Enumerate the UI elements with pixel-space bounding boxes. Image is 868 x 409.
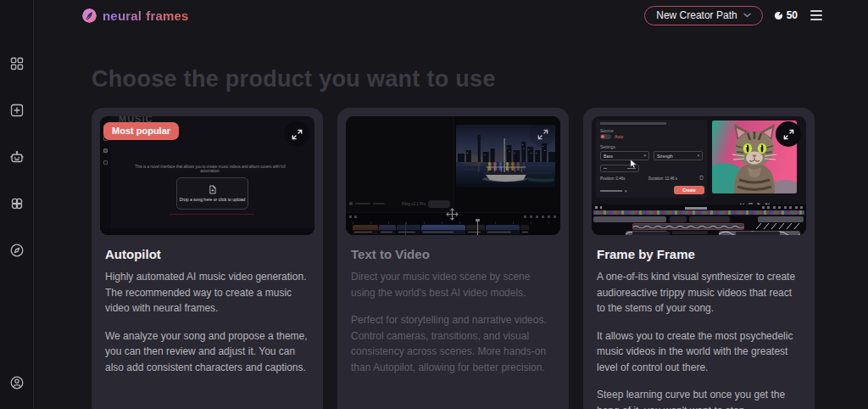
waveform-block (632, 223, 744, 230)
skip-icon (518, 205, 522, 210)
mini-progress-line (170, 214, 254, 215)
mini-settings-label: Settings (600, 144, 615, 149)
mini-source-toggle (600, 134, 611, 139)
mini-position-label: Position: 0.46s (600, 176, 626, 181)
card-autopilot[interactable]: Most popular MUSIC This is a novel inter… (92, 108, 323, 409)
card-title: Autopilot (105, 247, 309, 261)
mini-toolbar: Kling v2.1 Pro (349, 199, 450, 209)
expand-button[interactable] (284, 121, 309, 147)
skip-icon (765, 195, 770, 199)
mini-settings-panel: Source Auto Settings Bass▾ Strength▾ (596, 120, 707, 198)
mini-dropdown-strength: Strength▾ (654, 151, 703, 160)
text-to-video-body: Text to Video Direct your music video sc… (337, 235, 569, 375)
main-content: Choose the product you want to use Most … (34, 0, 868, 409)
text-to-video-mini-screenshot: Kling v2.1 Pro (346, 116, 560, 235)
models-flower-icon[interactable] (9, 196, 25, 211)
zigzag-block (754, 222, 804, 230)
card-paragraph: We analyze your song and propose a theme… (105, 328, 309, 376)
expand-icon (782, 128, 795, 141)
card-paragraph: Highly automated AI music video generati… (105, 269, 309, 317)
mini-dropdown-bass: Bass▾ (600, 151, 649, 160)
mini-auto-label: Auto (615, 134, 623, 139)
mini-prompt-panel: Kling v2.1 Pro (346, 116, 453, 212)
expand-button[interactable] (776, 121, 801, 147)
expand-icon (537, 128, 549, 141)
stop-icon (748, 195, 753, 199)
card-title: Frame by Frame (597, 247, 801, 261)
expand-button[interactable] (530, 121, 555, 147)
mini-generate-button (428, 200, 450, 208)
autopilot-body: Autopilot Highly automated AI music vide… (92, 235, 323, 375)
stop-icon (501, 205, 505, 210)
card-paragraph: Steep learning curve but once you get th… (597, 387, 801, 409)
card-paragraph: A one-of-its kind visual synthesizer to … (597, 269, 801, 317)
shuffle-icon (492, 205, 497, 210)
card-text-to-video[interactable]: Kling v2.1 Pro (337, 108, 569, 409)
play-icon (757, 195, 761, 199)
mini-create-button: Create (674, 186, 704, 194)
sidebar (0, 0, 34, 409)
mini-description: This is a novel interface that allows yo… (134, 165, 287, 173)
new-project-icon[interactable] (9, 103, 25, 118)
timeline-playhead (477, 220, 478, 235)
frame-thumbnails-strip (593, 210, 804, 215)
card-paragraph: It allows you to create the most psyched… (597, 328, 801, 376)
mini-upload-dropzone: Drop a song here or click to upload (176, 177, 248, 210)
robot-icon[interactable] (9, 149, 25, 165)
explore-compass-icon[interactable] (9, 243, 25, 258)
mini-playback-controls (454, 205, 560, 210)
mini-bottom-band (100, 228, 314, 235)
mini-upload-label: Drop a song here or click to upload (180, 197, 246, 202)
card-paragraph: Direct your music video scene by scene u… (351, 269, 555, 300)
most-popular-badge: Most popular (103, 122, 179, 140)
expand-icon (291, 128, 303, 141)
mini-mode-dropdown: ▾ (600, 188, 627, 193)
text-to-video-preview[interactable]: Kling v2.1 Pro (337, 108, 569, 235)
product-cards: Most popular MUSIC This is a novel inter… (92, 108, 868, 409)
timeline-clips (353, 225, 529, 234)
frame-by-frame-body: Frame by Frame A one-of-its kind visual … (583, 235, 815, 409)
cursor-icon (630, 157, 637, 172)
trash-icon (699, 175, 704, 180)
page-title: Choose the product you want to use (92, 66, 868, 92)
account-icon[interactable] (9, 375, 25, 390)
move-cursor-icon (446, 208, 459, 224)
shuffle-icon (740, 195, 744, 199)
file-plus-icon (209, 185, 216, 194)
mini-playback-controls (712, 195, 797, 199)
dashboard-icon[interactable] (9, 56, 25, 71)
mini-timeline (592, 204, 806, 235)
frame-by-frame-preview[interactable]: Source Auto Settings Bass▾ Strength▾ (583, 108, 815, 235)
play-icon (509, 205, 514, 210)
mini-source-label: Source (600, 128, 614, 133)
card-frame-by-frame[interactable]: Source Auto Settings Bass▾ Strength▾ (583, 108, 815, 409)
card-paragraph: Perfect for storytelling and narrative v… (351, 312, 555, 375)
card-title: Text to Video (351, 247, 555, 261)
mini-duration-label: Duration: 11.46 s (648, 176, 677, 181)
mini-model-label: Kling v2.1 Pro (402, 202, 426, 206)
frame-by-frame-mini-screenshot: Source Auto Settings Bass▾ Strength▾ (592, 116, 806, 235)
autopilot-preview[interactable]: Most popular MUSIC This is a novel inter… (92, 108, 323, 235)
